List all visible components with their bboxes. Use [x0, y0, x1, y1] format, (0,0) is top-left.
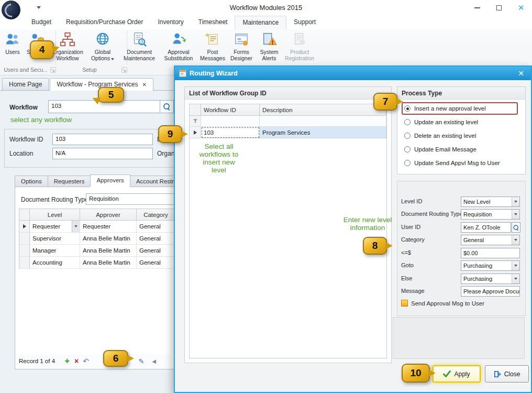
radio-update-existing-level[interactable]: Update an existing level — [402, 115, 521, 129]
radio-delete-existing-level[interactable]: Delete an existing level — [402, 129, 521, 143]
ribbon-button-document-maintenance[interactable]: Document Maintenance — [119, 29, 159, 65]
level-cell[interactable]: Accounting — [30, 257, 80, 269]
add-record-icon[interactable]: + — [62, 356, 72, 366]
approver-cell[interactable]: Anna Belle Martin — [80, 245, 137, 257]
org-chart-icon — [59, 31, 76, 48]
filter-description-cell[interactable] — [260, 116, 386, 127]
dialog-title-bar[interactable]: Routing Wizard ✕ — [175, 67, 531, 80]
message-input[interactable]: Please Approve Docum — [461, 286, 520, 297]
radio-update-email-message[interactable]: Update Email Message — [402, 143, 521, 156]
filter-workflow-id-cell[interactable] — [201, 116, 260, 127]
close-dialog-button[interactable]: Close — [485, 365, 529, 383]
column-header-approver[interactable]: Approver — [80, 209, 137, 221]
app-logo-icon[interactable] — [2, 1, 20, 19]
minimize-button[interactable] — [466, 0, 488, 16]
send-approval-msg-checkbox[interactable] — [401, 300, 408, 307]
process-type-group-title: Process Type — [397, 87, 525, 100]
ribbon-button-global-options[interactable]: Global Options — [86, 29, 119, 65]
user-id-input[interactable]: Ken Z. OToole — [461, 222, 511, 233]
column-header-category[interactable]: Category — [137, 209, 175, 221]
message-note-icon — [204, 31, 221, 48]
ribbon-button-post-messages[interactable]: Post Messages — [198, 29, 227, 65]
dropdown-button[interactable] — [512, 274, 519, 283]
category-cell[interactable]: General — [137, 221, 175, 233]
ribbon-tab-inventory[interactable]: Inventory — [150, 16, 191, 29]
category-combo[interactable]: General — [461, 235, 520, 245]
category-cell[interactable]: General — [137, 245, 175, 257]
delete-record-icon[interactable]: × — [72, 357, 81, 365]
edit-record-icon[interactable]: ✎ — [137, 357, 146, 365]
dropdown-arrow-icon — [514, 265, 517, 267]
dropdown-button[interactable] — [512, 235, 519, 245]
send-approval-msg-label: Send Approval Msg to User — [411, 300, 484, 307]
approver-cell[interactable]: Anna Belle Martin — [80, 257, 137, 269]
tab-requesters[interactable]: Requesters — [48, 176, 91, 187]
approver-cell[interactable]: Requester — [80, 221, 137, 233]
level-cell[interactable]: Supervisor — [30, 233, 80, 245]
radio-update-send-appvl-msg[interactable]: Update Send Appvl Msg to User — [402, 156, 521, 170]
dropdown-button[interactable] — [512, 261, 519, 270]
users-icon — [4, 31, 21, 48]
tab-options[interactable]: Options — [15, 176, 48, 187]
tab-close-icon[interactable]: ✕ — [142, 82, 147, 88]
ribbon-button-label: Global Options — [86, 49, 119, 61]
form-window-icon — [232, 31, 250, 48]
workflow-id-input[interactable]: 103 — [52, 134, 153, 145]
dropdown-button[interactable] — [512, 197, 519, 206]
ribbon-button-label: Users — [5, 49, 19, 55]
dialog-close-icon[interactable]: ✕ — [515, 69, 527, 78]
amount-input[interactable]: $0.00 — [461, 248, 520, 258]
undo-icon[interactable]: ↶ — [81, 357, 91, 365]
ribbon-button-users[interactable]: Users — [1, 29, 24, 65]
ribbon-tab-maintenance[interactable]: Maintenance — [235, 16, 286, 29]
level-cell[interactable]: Manager — [30, 245, 80, 257]
close-button[interactable]: ✕ — [510, 0, 532, 16]
previous-record-icon[interactable]: ◀ — [149, 358, 159, 364]
ribbon-button-label: Document Maintenance — [119, 49, 159, 61]
dialog-launcher-icon[interactable]: ↘ — [50, 67, 56, 73]
column-header-description[interactable]: Description — [260, 104, 386, 116]
goto-combo[interactable]: Purchasing — [461, 260, 520, 271]
description-cell[interactable]: Program Services — [260, 127, 386, 138]
approver-cell[interactable]: Anna Belle Martin — [80, 233, 137, 245]
dialog-launcher-icon[interactable]: ↘ — [121, 67, 127, 73]
workflow-id-cell[interactable]: 103 — [201, 127, 260, 138]
location-input[interactable]: N/A — [52, 148, 153, 159]
category-cell[interactable]: General — [137, 233, 175, 245]
radio-icon — [404, 160, 411, 166]
category-cell[interactable]: General — [137, 257, 175, 269]
apply-button[interactable]: Apply — [433, 365, 481, 383]
dropdown-arrow-icon — [74, 225, 77, 227]
ribbon-tab-budget[interactable]: Budget — [24, 16, 59, 29]
ribbon-button-system-alerts[interactable]: System Alerts — [256, 29, 283, 65]
goto-label: Goto — [401, 262, 414, 268]
amount-label: <=$ — [401, 249, 411, 256]
column-header-workflow-id[interactable]: Workflow ID — [201, 104, 260, 116]
document-routing-type-combo[interactable]: Requisition — [461, 209, 520, 220]
tab-approvers[interactable]: Approvers — [90, 174, 130, 187]
ribbon-tab-support[interactable]: Support — [286, 16, 323, 29]
window-title: Workflow Modules 2015 — [0, 4, 532, 12]
level-cell[interactable]: Requester — [30, 221, 80, 233]
table-row[interactable]: 103 Program Services — [190, 127, 386, 138]
radio-insert-new-approval-level[interactable]: Insert a new approval level — [402, 102, 518, 115]
ribbon-button-approval-substitution[interactable]: Approval Substitution — [159, 29, 198, 65]
workflow-search-button[interactable] — [160, 100, 174, 113]
ribbon-button-forms-designer[interactable]: Forms Designer — [227, 29, 256, 65]
level-dropdown-button[interactable] — [72, 221, 80, 232]
else-combo[interactable]: Purchasing — [461, 274, 520, 284]
ribbon-button-label: System Alerts — [256, 49, 283, 61]
column-header-level[interactable]: Level — [30, 209, 80, 221]
dropdown-button[interactable] — [512, 210, 519, 219]
user-id-search-button[interactable] — [512, 222, 520, 233]
ribbon-tab-timesheet[interactable]: Timesheet — [191, 16, 235, 29]
user-id-label: User ID — [401, 224, 420, 230]
tab-home-page[interactable]: Home Page — [2, 78, 49, 90]
routing-wizard-dialog: Routing Wizard ✕ List of Workflow Group … — [174, 66, 532, 393]
radio-icon — [404, 119, 411, 125]
ribbon-tab-requisition[interactable]: Requisition/Purchase Order — [59, 16, 150, 29]
maximize-button[interactable] — [488, 0, 510, 16]
record-navigator: Record 1 of 4 + × ↶ ✎ ◀ — [19, 354, 171, 368]
level-id-combo[interactable]: New Level — [461, 196, 520, 207]
row-selector — [19, 245, 30, 257]
